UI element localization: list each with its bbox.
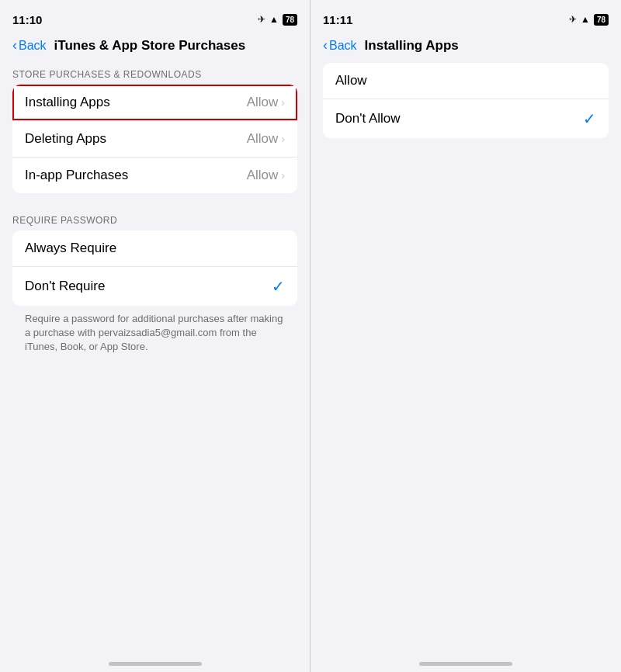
inapp-purchases-label: In-app Purchases [25,168,128,183]
airplane-icon-left: ✈ [258,14,265,25]
allow-label: Allow [335,73,367,88]
password-section-label: REQUIRE PASSWORD [0,209,310,230]
dont-allow-item[interactable]: Don't Allow ✓ [323,99,609,138]
time-right: 11:11 [323,13,352,26]
back-label-right: Back [329,39,357,53]
chevron-right-icon-inapp: › [281,169,285,182]
time-left: 11:10 [12,13,42,26]
dont-require-item[interactable]: Don't Require ✓ [12,266,297,306]
store-section-label: STORE PURCHASES & REDOWNLOADS [0,63,310,85]
wifi-icon-left: ▲ [269,14,279,25]
installing-apps-options: Allow Don't Allow ✓ [323,63,609,138]
nav-title-right: Installing Apps [365,38,459,54]
chevron-left-icon: ‹ [12,37,17,54]
status-icons-right: ✈ ▲ 78 [569,14,609,26]
chevron-right-icon-installing: › [281,96,285,109]
always-require-label: Always Require [25,241,116,256]
nav-bar-right: ‹ Back Installing Apps [310,34,621,63]
chevron-right-icon-deleting: › [281,133,285,145]
deleting-apps-value-group: Allow › [247,131,285,147]
nav-bar-left: ‹ Back iTunes & App Store Purchases [0,34,310,63]
nav-title-left: iTunes & App Store Purchases [54,38,246,54]
inapp-purchases-item[interactable]: In-app Purchases Allow › [12,157,297,193]
chevron-left-icon-right: ‹ [323,37,328,54]
installing-apps-value-group: Allow › [247,95,285,110]
home-bar-left [109,662,202,666]
allow-item[interactable]: Allow [323,63,609,99]
inapp-purchases-value-group: Allow › [247,168,285,183]
deleting-apps-item[interactable]: Deleting Apps Allow › [12,120,297,157]
deleting-apps-value: Allow [247,131,279,147]
back-label-left: Back [19,39,47,53]
password-list-group: Always Require Don't Require ✓ [12,230,297,306]
store-list-group: Installing Apps Allow › Deleting Apps Al… [12,85,297,193]
dont-require-checkmark: ✓ [272,277,285,296]
status-bar-right: 11:11 ✈ ▲ 78 [310,0,621,34]
dont-allow-label: Don't Allow [335,111,401,126]
left-screen: 11:10 ✈ ▲ 78 ‹ Back iTunes & App Store P… [0,0,310,672]
status-icons-left: ✈ ▲ 78 [258,14,297,26]
inapp-purchases-value: Allow [247,168,279,183]
home-indicator-right [310,662,621,672]
back-button-right[interactable]: ‹ Back [323,37,357,54]
installing-apps-item[interactable]: Installing Apps Allow › [12,85,297,120]
home-indicator-left [0,662,310,672]
installing-apps-label: Installing Apps [25,95,110,110]
battery-right: 78 [594,14,609,26]
wifi-icon-right: ▲ [581,14,590,25]
dont-allow-checkmark: ✓ [583,109,596,128]
back-button-left[interactable]: ‹ Back [12,37,47,54]
deleting-apps-label: Deleting Apps [25,131,106,147]
dont-require-label: Don't Require [25,279,105,294]
password-footer: Require a password for additional purcha… [0,306,310,361]
home-bar-right [419,662,512,666]
right-screen: 11:11 ✈ ▲ 78 ‹ Back Installing Apps Allo… [310,0,621,672]
always-require-item[interactable]: Always Require [12,230,297,266]
installing-apps-value: Allow [247,95,279,110]
status-bar-left: 11:10 ✈ ▲ 78 [0,0,310,34]
battery-left: 78 [283,14,297,26]
airplane-icon-right: ✈ [569,14,577,25]
